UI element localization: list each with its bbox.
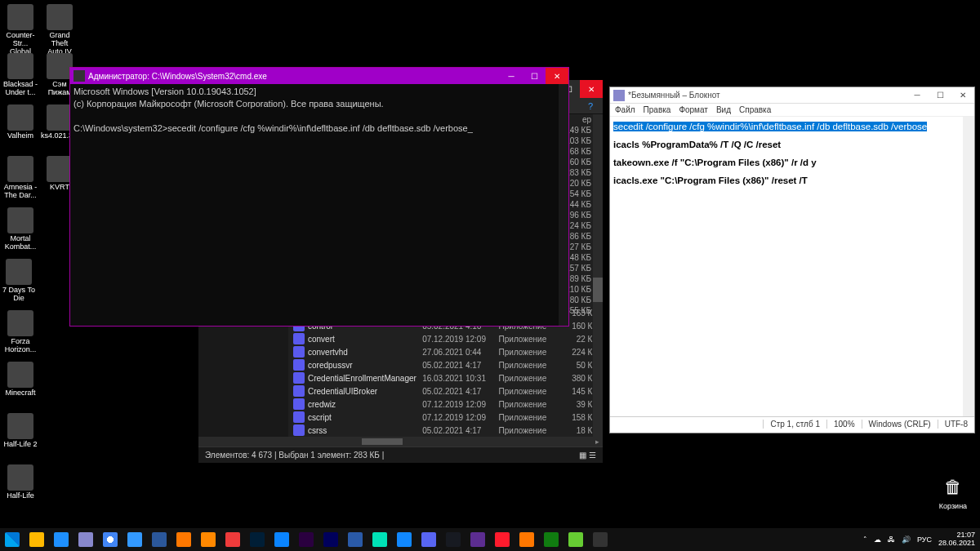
explorer-statusbar: Элементов: 4 673 | Выбран 1 элемент: 283… — [198, 447, 603, 463]
app-icon — [7, 53, 33, 79]
desktop-icon[interactable]: Valheim — [2, 104, 39, 140]
table-row[interactable]: coredpussvr05.02.2021 4:17Приложение50 К… — [288, 358, 603, 371]
taskbar-button[interactable] — [343, 528, 368, 551]
taskbar[interactable]: ˄ ☁ 🖧 🔊 РУС 21:0728.06.2021 — [0, 528, 980, 551]
app-icon — [7, 156, 33, 182]
tray-volume-icon[interactable]: 🔊 — [902, 535, 911, 544]
file-icon — [293, 424, 305, 436]
menu-item[interactable]: Справка — [739, 105, 771, 114]
help-icon[interactable]: ? — [583, 100, 598, 113]
taskbar-button[interactable] — [74, 528, 98, 551]
taskbar-button[interactable] — [490, 528, 514, 551]
file-icon — [293, 398, 305, 410]
tray-chevron-icon[interactable]: ˄ — [863, 535, 867, 544]
close-button[interactable]: ✕ — [951, 87, 974, 104]
taskbar-button[interactable] — [416, 528, 441, 551]
tray-clock[interactable]: 21:0728.06.2021 — [938, 531, 975, 548]
app-icon — [176, 532, 191, 547]
file-icon — [293, 411, 305, 423]
desktop-icon[interactable]: MortalKombat... — [2, 207, 39, 251]
system-tray[interactable]: ˄ ☁ 🖧 🔊 РУС 21:0728.06.2021 — [863, 531, 980, 548]
file-icon — [293, 359, 305, 371]
close-button[interactable]: ✕ — [546, 68, 568, 84]
taskbar-button[interactable] — [294, 528, 318, 551]
app-icon — [127, 532, 142, 547]
table-row[interactable]: convert07.12.2019 12:09Приложение22 КБ — [288, 332, 603, 345]
taskbar-button[interactable] — [318, 528, 343, 551]
taskbar-button[interactable] — [466, 528, 490, 551]
scrollbar[interactable] — [559, 84, 568, 326]
recycle-bin[interactable]: 🗑 Корзина — [934, 474, 972, 510]
taskbar-button[interactable] — [220, 528, 245, 551]
scrollbar[interactable] — [963, 117, 974, 416]
tray-lang[interactable]: РУС — [917, 535, 932, 544]
maximize-button[interactable]: ☐ — [523, 68, 546, 84]
app-icon — [568, 532, 583, 547]
desktop-icon[interactable]: Grand TheftAuto IV — [41, 4, 78, 56]
notepad-titlebar[interactable]: *Безымянный – Блокнот ─ ☐ ✕ — [610, 87, 974, 104]
menu-item[interactable]: Файл — [615, 105, 635, 114]
app-icon — [274, 532, 289, 547]
cmd-body[interactable]: Microsoft Windows [Version 10.0.19043.10… — [70, 84, 568, 326]
table-row[interactable]: credwiz07.12.2019 12:09Приложение39 КБ — [288, 398, 603, 411]
taskbar-button[interactable] — [441, 528, 466, 551]
taskbar-button[interactable] — [147, 528, 172, 551]
view-icons[interactable]: ▦ ☰ — [579, 451, 596, 460]
taskbar-button[interactable] — [49, 528, 74, 551]
cmd-icon — [74, 70, 85, 82]
app-icon — [7, 104, 33, 131]
taskbar-button[interactable] — [98, 528, 122, 551]
desktop-icon[interactable]: Half-Life — [2, 464, 39, 500]
table-row[interactable]: CredentialEnrollmentManager16.03.2021 10… — [288, 371, 603, 384]
notepad-icon — [613, 90, 625, 101]
notepad-body[interactable]: secedit /configure /cfg %windir%\inf\def… — [610, 117, 974, 416]
taskbar-button[interactable] — [588, 528, 612, 551]
cmd-titlebar[interactable]: Администратор: C:\Windows\System32\cmd.e… — [70, 68, 568, 84]
app-icon — [495, 532, 510, 547]
desktop-icon[interactable]: Blacksad -Under t... — [2, 53, 39, 97]
desktop: Counter-Str...Global Offe...Grand TheftA… — [0, 0, 980, 551]
taskbar-button[interactable] — [196, 528, 220, 551]
h-scrollbar[interactable]: ▸ — [198, 437, 603, 447]
app-icon — [201, 532, 216, 547]
notepad-menu[interactable]: ФайлПравкаФорматВидСправка — [610, 104, 974, 117]
app-icon — [299, 532, 314, 547]
minimize-button[interactable]: ─ — [906, 87, 929, 104]
desktop-icon[interactable]: 7 Days To Die — [0, 259, 38, 303]
app-icon — [421, 532, 436, 547]
cmd-window[interactable]: Администратор: C:\Windows\System32\cmd.e… — [69, 67, 569, 327]
taskbar-button[interactable] — [539, 528, 564, 551]
menu-item[interactable]: Правка — [644, 105, 671, 114]
table-row[interactable]: convertvhd27.06.2021 0:44Приложение224 К… — [288, 345, 603, 358]
taskbar-button[interactable] — [392, 528, 416, 551]
taskbar-button[interactable] — [0, 528, 24, 551]
app-icon — [348, 532, 363, 547]
menu-item[interactable]: Вид — [716, 105, 731, 114]
taskbar-button[interactable] — [245, 528, 270, 551]
tray-onedrive-icon[interactable]: ☁ — [874, 535, 881, 544]
scrollbar[interactable] — [593, 114, 603, 437]
app-icon — [323, 532, 338, 547]
taskbar-button[interactable] — [172, 528, 196, 551]
taskbar-button[interactable] — [24, 528, 49, 551]
table-row[interactable]: cscript07.12.2019 12:09Приложение158 КБ — [288, 411, 603, 424]
menu-item[interactable]: Формат — [679, 105, 708, 114]
minimize-button[interactable]: ─ — [500, 68, 523, 84]
desktop-icon[interactable]: ForzaHorizon... — [2, 310, 39, 354]
taskbar-button[interactable] — [368, 528, 392, 551]
desktop-icon[interactable]: Half-Life 2 — [2, 413, 39, 449]
table-row[interactable]: csrss05.02.2021 4:17Приложение18 КБ — [288, 424, 603, 437]
notepad-window[interactable]: *Безымянный – Блокнот ─ ☐ ✕ ФайлПравкаФо… — [609, 87, 975, 433]
taskbar-button[interactable] — [514, 528, 539, 551]
maximize-button[interactable]: ☐ — [929, 87, 951, 104]
desktop-icon[interactable]: Minecraft — [2, 362, 39, 398]
file-icon — [293, 385, 305, 397]
app-icon — [593, 532, 608, 547]
taskbar-button[interactable] — [564, 528, 588, 551]
taskbar-button[interactable] — [270, 528, 294, 551]
close-button[interactable]: ✕ — [580, 80, 603, 98]
tray-network-icon[interactable]: 🖧 — [888, 535, 895, 544]
desktop-icon[interactable]: Amnesia -The Dar... — [2, 156, 39, 200]
table-row[interactable]: CredentialUIBroker05.02.2021 4:17Приложе… — [288, 384, 603, 398]
taskbar-button[interactable] — [122, 528, 147, 551]
